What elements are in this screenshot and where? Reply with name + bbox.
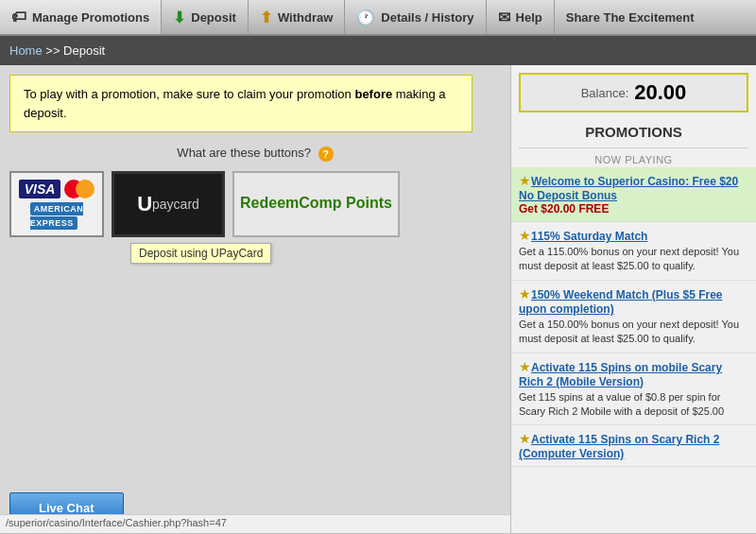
info-text-bold: before [354, 87, 392, 101]
breadcrumb-separator: >> [45, 43, 63, 58]
promo-item-weekend-match: ★150% Weekend Match (Plus $5 Free upon c… [511, 281, 756, 353]
nav-help-label: Help [516, 10, 542, 25]
manage-promotions-icon: 🏷 [11, 9, 26, 26]
info-text-normal: To play with a promotion, make sure to c… [24, 87, 354, 101]
nav-deposit[interactable]: ⬇ Deposit [162, 0, 249, 34]
breadcrumb-home-link[interactable]: Home [9, 43, 43, 58]
cards-payment-button[interactable]: VISA AMERICANEXPRESS [9, 171, 104, 237]
card-row-top: VISA [19, 180, 95, 198]
details-history-icon: 🕐 [356, 9, 375, 26]
balance-amount: 20.00 [634, 80, 686, 105]
payment-buttons-container: VISA AMERICANEXPRESS Upaycard Deposit us… [9, 171, 501, 237]
promo-item-spins-computer: ★Activate 115 Spins on Scary Rich 2 (Com… [511, 425, 756, 467]
upaycard-payment-button[interactable]: Upaycard [112, 171, 225, 237]
promo-link-spins-computer[interactable]: Activate 115 Spins on Scary Rich 2 (Comp… [519, 433, 719, 460]
promo-link-saturday-match[interactable]: 115% Saturday Match [531, 230, 647, 243]
redeem-line2: Comp Points [299, 194, 392, 214]
balance-box: Balance: 20.00 [519, 73, 748, 112]
nav-details-history[interactable]: 🕐 Details / History [345, 0, 486, 34]
promo-desc-spins-mobile: Get 115 spins at a value of $0.8 per spi… [519, 390, 748, 420]
promotions-list: ★Welcome to Superior Casino: Free $20 No… [511, 167, 756, 467]
breadcrumb-current: Deposit [63, 43, 105, 58]
main-content: To play with a promotion, make sure to c… [0, 65, 756, 533]
info-box: To play with a promotion, make sure to c… [9, 75, 472, 132]
navigation-bar: 🏷 Manage Promotions ⬇ Deposit ⬆ Withdraw… [0, 0, 756, 36]
promotions-header: PROMOTIONS [519, 120, 748, 148]
upaycard-text: paycard [152, 197, 199, 212]
redeem-line1: Redeem [240, 194, 299, 214]
nav-share-excitement[interactable]: Share The Excitement [555, 0, 706, 34]
nav-deposit-label: Deposit [191, 10, 236, 25]
withdraw-icon: ⬆ [260, 9, 272, 26]
nav-manage-promotions[interactable]: 🏷 Manage Promotions [0, 0, 162, 34]
promo-item-welcome-bonus: ★Welcome to Superior Casino: Free $20 No… [511, 167, 756, 222]
upaycard-tooltip: Deposit using UPayCard [130, 243, 271, 264]
breadcrumb: Home >> Deposit [0, 36, 756, 65]
mc-circle-orange [76, 180, 94, 198]
promo-desc-saturday-match: Get a 115.00% bonus on your next deposit… [519, 245, 748, 274]
promo-link-spins-mobile[interactable]: Activate 115 Spins on mobile Scary Rich … [519, 361, 722, 388]
question-icon[interactable]: ? [318, 146, 334, 162]
upaycard-u-letter: U [137, 192, 152, 216]
promo-item-saturday-match: ★115% Saturday MatchGet a 115.00% bonus … [511, 222, 756, 281]
left-panel: To play with a promotion, make sure to c… [0, 65, 510, 533]
right-sidebar: Balance: 20.00 PROMOTIONS NOW PLAYING ★W… [510, 65, 756, 533]
nav-share-excitement-label: Share The Excitement [566, 10, 695, 25]
promo-desc-welcome-bonus: Get $20.00 FREE [519, 202, 748, 215]
amex-row: AMERICANEXPRESS [30, 200, 84, 229]
nav-withdraw-label: Withdraw [278, 10, 333, 25]
promo-item-spins-mobile: ★Activate 115 Spins on mobile Scary Rich… [511, 353, 756, 426]
nav-details-history-label: Details / History [381, 10, 473, 25]
promo-star-spins-computer: ★ [519, 431, 531, 446]
help-icon: ✉ [498, 9, 510, 26]
promo-star-spins-mobile: ★ [519, 359, 531, 374]
now-playing-label: NOW PLAYING [511, 148, 756, 167]
nav-withdraw[interactable]: ⬆ Withdraw [249, 0, 345, 34]
visa-logo: VISA [19, 180, 61, 198]
promo-link-welcome-bonus[interactable]: Welcome to Superior Casino: Free $20 No … [519, 175, 738, 202]
promo-star-saturday-match: ★ [519, 228, 531, 243]
nav-manage-promotions-label: Manage Promotions [32, 10, 149, 25]
amex-logo: AMERICANEXPRESS [30, 202, 84, 230]
what-buttons-label: What are these buttons? ? [9, 146, 501, 162]
promo-desc-weekend-match: Get a 150.00% bonus on your next deposit… [519, 318, 748, 347]
redeem-comp-points-button[interactable]: Redeem Comp Points [232, 171, 400, 237]
mastercard-logo [64, 180, 94, 198]
promo-link-weekend-match[interactable]: 150% Weekend Match (Plus $5 Free upon co… [519, 288, 723, 316]
promo-star-welcome-bonus: ★ [519, 173, 531, 188]
address-bar: /superior/casino/Interface/Cashier.php?h… [0, 514, 510, 533]
promo-star-weekend-match: ★ [519, 286, 531, 301]
nav-help[interactable]: ✉ Help [487, 0, 555, 34]
deposit-icon: ⬇ [173, 9, 185, 26]
balance-label: Balance: [581, 86, 629, 100]
